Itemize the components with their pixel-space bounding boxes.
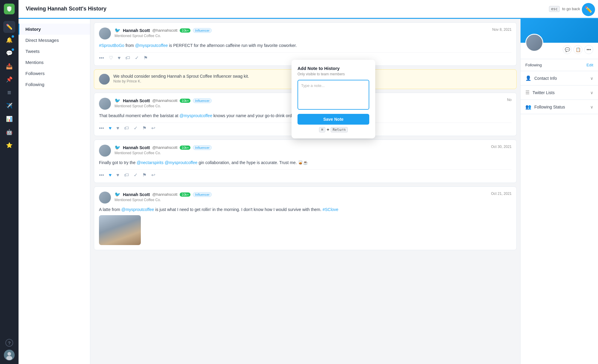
badge-influencer: Influencer	[193, 192, 211, 197]
badge-10k: 10k+	[180, 28, 190, 33]
profile-avatar-wrap	[525, 34, 543, 52]
page-title: Viewing Hannah Scott's History	[26, 6, 106, 12]
nav-icon-messages[interactable]: 💬	[3, 47, 15, 59]
tweet-header: 🐦 Hannah Scott @hannahscott 10k+ Influen…	[99, 27, 512, 39]
nav-icon-compose[interactable]: ✏️	[3, 21, 15, 33]
nav-icon-lists[interactable]: ≡	[3, 87, 15, 99]
badge-influencer: Influencer	[193, 145, 211, 150]
note-text: We should consider sending Hannah a Spro…	[113, 74, 249, 79]
compose-button[interactable]: ✏️	[582, 3, 595, 16]
tag-btn[interactable]: 🏷	[125, 55, 130, 61]
more-options-btn[interactable]: •••	[99, 125, 104, 131]
tweet-card: 🐦 Hannah Scott @hannahscott 10k+ Influen…	[94, 186, 517, 250]
svg-point-2	[6, 356, 12, 360]
nav-icon-star[interactable]: ⭐	[3, 139, 15, 151]
popup-shortcut: ⌘ + Return	[298, 127, 369, 132]
nav-icon-pin[interactable]: 📌	[3, 74, 15, 85]
chevron-down-icon: ∨	[590, 105, 593, 109]
sidebar-item-followers[interactable]: Followers	[19, 68, 90, 79]
tweet-hashtag-link[interactable]: #SproutBoGo	[99, 43, 124, 48]
badge-influencer: Influencer	[193, 28, 211, 33]
svg-point-1	[7, 352, 11, 356]
person-add-icon: 👥	[525, 104, 531, 110]
tweet-card: 🐦 Hannah Scott @hannahscott 10k+ Influen…	[94, 22, 517, 66]
more-btn[interactable]: •••	[584, 45, 593, 54]
like-btn[interactable]: ♥	[109, 125, 112, 131]
nav-icon-inbox[interactable]: 📥	[3, 60, 15, 72]
accordion-header-following-status[interactable]: 👥 Following Status ∨	[521, 100, 598, 114]
reply-btn[interactable]: ↩	[151, 125, 155, 131]
tweet-mention-link[interactable]: @mysproutcoffee	[121, 207, 154, 212]
save-note-button[interactable]: Save Note	[298, 114, 369, 125]
flag-btn[interactable]: ⚑	[144, 55, 148, 61]
go-back-text: to go back	[562, 7, 580, 11]
check-btn[interactable]: ✓	[134, 172, 138, 178]
tweet-meta: 🐦 Hannah Scott @hannahscott 10k+ Influen…	[115, 27, 492, 38]
tweet-avatar	[99, 192, 111, 204]
nav-icon-help[interactable]: ?	[5, 339, 13, 347]
sidebar-item-following[interactable]: Following	[19, 79, 90, 90]
tweet-mention-link[interactable]: @mysproutcoffee	[179, 113, 212, 118]
tweet-header: 🐦 Hannah Scott @hannahscott 10k+ Influen…	[99, 145, 512, 157]
badge-10k: 10k+	[180, 146, 190, 150]
badge-10k: 10k+	[180, 192, 190, 197]
app-logo[interactable]	[4, 4, 15, 14]
nav-icon-bot[interactable]: 🤖	[3, 126, 15, 138]
tweet-mention-link2[interactable]: @mysproutcoffee	[165, 160, 198, 165]
flag-btn[interactable]: ⚑	[142, 172, 147, 178]
tweet-date: Oct 21, 2021	[491, 192, 512, 196]
badge-influencer: Influencer	[193, 98, 211, 103]
profile-avatar	[525, 34, 543, 52]
note-textarea[interactable]	[298, 80, 369, 110]
tweet-image	[99, 215, 141, 245]
tweet-date: No	[507, 98, 512, 102]
tweet-handle: @hannahscott	[152, 98, 177, 103]
following-section: Following Edit	[521, 59, 598, 71]
heart-btn[interactable]: ♥	[116, 125, 119, 131]
like-btn[interactable]: ♡	[109, 55, 113, 61]
sidebar-item-mentions[interactable]: Mentions	[19, 57, 90, 68]
twitter-icon: 🐦	[115, 145, 120, 150]
message-btn[interactable]: 💬	[563, 45, 572, 54]
nav-icon-analytics[interactable]: 📊	[3, 113, 15, 125]
check-btn[interactable]: ✓	[134, 125, 138, 131]
tweet-card: 🐦 Hannah Scott @hannahscott 10k+ Influen…	[94, 140, 517, 183]
tweet-mention-link[interactable]: @nectarspirits	[137, 160, 164, 165]
tweet-mention-link[interactable]: @mysproutcoffee	[135, 43, 168, 48]
heart-btn[interactable]: ♥	[118, 55, 121, 61]
accordion-header-twitter-lists[interactable]: ☰ Twitter Lists ∨	[521, 85, 598, 100]
left-nav: ✏️ 🔔 💬 📥 📌 ≡ ✈️ 📊 🤖 ⭐ ?	[0, 0, 19, 364]
accordion-contact-info: 👤 Contact Info ∨	[521, 71, 598, 85]
check-btn[interactable]: ✓	[135, 55, 139, 61]
flag-btn[interactable]: ⚑	[142, 125, 147, 131]
tweet-handle: @hannahscott	[152, 28, 177, 33]
tweet-subtitle: Mentioned Sprout Coffee Co.	[115, 151, 491, 155]
nav-icon-send[interactable]: ✈️	[3, 100, 15, 112]
sidebar-item-tweets[interactable]: Tweets	[19, 46, 90, 57]
heart-btn[interactable]: ♥	[116, 172, 119, 178]
edit-link[interactable]: Edit	[587, 63, 593, 67]
more-options-btn[interactable]: •••	[99, 172, 104, 178]
tweet-hashtag-link[interactable]: #SClove	[323, 207, 338, 212]
accordion-left: ☰ Twitter Lists	[525, 90, 555, 95]
sidebar-item-history[interactable]: History	[19, 24, 90, 35]
like-btn[interactable]: ♥	[109, 172, 112, 178]
tweet-meta: 🐦 Hannah Scott @hannahscott 10k+ Influen…	[115, 192, 491, 202]
user-avatar[interactable]	[4, 350, 15, 360]
tag-btn[interactable]: 🏷	[124, 172, 129, 178]
following-row: Following Edit	[525, 63, 593, 67]
tweet-handle: @hannahscott	[152, 192, 177, 197]
sidebar-item-direct-messages[interactable]: Direct Messages	[19, 35, 90, 46]
reply-btn[interactable]: ↩	[151, 172, 155, 178]
more-options-btn[interactable]: •••	[99, 55, 104, 61]
tweet-author-name: Hannah Scott	[123, 98, 150, 103]
tag-btn[interactable]: 🏷	[124, 125, 129, 131]
accordion-header-contact-info[interactable]: 👤 Contact Info ∨	[521, 71, 598, 85]
tweet-date: Nov 8, 2021	[492, 27, 512, 32]
clipboard-btn[interactable]: 📋	[573, 45, 582, 54]
add-note-popup: Add Note to History Only visible to team…	[292, 60, 375, 138]
nav-icon-notifications[interactable]: 🔔	[3, 34, 15, 46]
list-icon: ☰	[525, 90, 530, 95]
cmd-key: ⌘	[319, 127, 325, 132]
accordion-label-following-status: Following Status	[534, 105, 565, 109]
